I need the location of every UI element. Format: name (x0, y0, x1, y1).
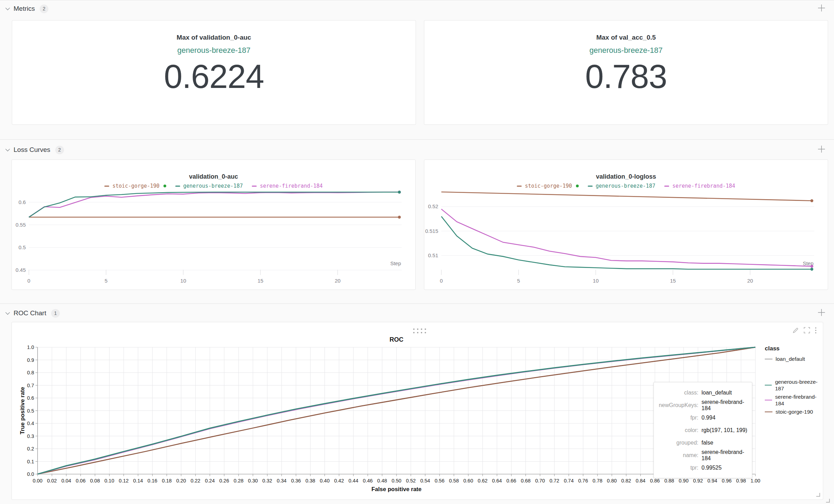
svg-text:0.28: 0.28 (234, 478, 243, 483)
section-divider (0, 303, 834, 304)
roc-legend-item: stoic-gorge-190 (765, 408, 823, 415)
svg-text:0.94: 0.94 (707, 478, 717, 483)
svg-text:0: 0 (440, 278, 443, 284)
svg-text:0.54: 0.54 (420, 478, 430, 483)
wandb-workspace: { "colors":{"teal":"#358a78","magenta":"… (0, 0, 834, 504)
metrics-section-header: Metrics 2 (0, 2, 834, 16)
svg-text:0.00: 0.00 (33, 478, 42, 483)
svg-text:0.515: 0.515 (425, 228, 438, 234)
legend-line-swatch (252, 186, 257, 187)
svg-text:0.92: 0.92 (693, 478, 703, 483)
svg-text:0.58: 0.58 (449, 478, 459, 483)
legend-run-label: serene-firebrand-184 (260, 183, 323, 189)
svg-text:0.26: 0.26 (219, 478, 229, 483)
svg-text:0.72: 0.72 (550, 478, 559, 483)
section-title-loss-curves: Loss Curves (14, 146, 50, 154)
loss-count-badge: 2 (55, 146, 64, 154)
chevron-down-icon[interactable] (5, 312, 10, 315)
svg-text:0: 0 (27, 278, 30, 284)
run-name-link[interactable]: generous-breeze-187 (424, 46, 828, 55)
svg-text:0.48: 0.48 (377, 478, 387, 483)
scorecard-val-acc: Max of val_acc_0.5 generous-breeze-187 0… (424, 20, 828, 125)
panel-resize-handle[interactable] (816, 493, 820, 497)
tooltip-row: fpr:0.994 (654, 412, 752, 424)
legend-line-swatch (175, 186, 180, 187)
running-status-dot (163, 185, 166, 187)
scorecard-value: 0.783 (424, 56, 828, 96)
scorecard-value: 0.6224 (12, 56, 416, 96)
svg-text:20: 20 (335, 278, 340, 284)
svg-text:0.98: 0.98 (736, 478, 746, 483)
svg-text:0.82: 0.82 (621, 478, 631, 483)
svg-text:0.02: 0.02 (47, 478, 57, 483)
legend-line-swatch (765, 385, 772, 385)
tooltip-key: name: (654, 452, 698, 458)
svg-text:0.24: 0.24 (205, 478, 215, 483)
svg-text:10: 10 (593, 278, 599, 284)
legend-item: stoic-gorge-190 (517, 183, 578, 189)
svg-text:0.50: 0.50 (392, 478, 401, 483)
svg-text:15: 15 (257, 278, 263, 284)
loss-section-header: Loss Curves 2 (0, 143, 834, 157)
legend-line-swatch (664, 186, 669, 187)
run-name-link[interactable]: generous-breeze-187 (12, 46, 416, 55)
svg-text:15: 15 (670, 278, 676, 284)
svg-text:0.08: 0.08 (90, 478, 100, 483)
svg-text:0.90: 0.90 (679, 478, 688, 483)
legend-run-label: stoic-gorge-190 (525, 183, 572, 189)
svg-text:0.0: 0.0 (27, 471, 34, 477)
svg-text:0.66: 0.66 (506, 478, 516, 483)
svg-text:0.80: 0.80 (607, 478, 617, 483)
svg-text:Step: Step (390, 260, 401, 266)
section-divider (0, 139, 834, 140)
tooltip-key: grouped: (654, 440, 698, 446)
svg-text:0.62: 0.62 (478, 478, 488, 483)
line-plot-panel-validation-logloss[interactable]: validation_0-logloss stoic-gorge-190gene… (424, 160, 828, 290)
tooltip-key: fpr: (654, 415, 698, 421)
line-plot-panel-validation-auc[interactable]: validation_0-auc stoic-gorge-190generous… (11, 160, 416, 290)
svg-text:10: 10 (181, 278, 186, 284)
tooltip-row: color:rgb(197, 101, 199) (654, 424, 752, 437)
legend-item: serene-firebrand-184 (664, 183, 735, 189)
svg-text:1.00: 1.00 (751, 478, 760, 483)
svg-text:0.36: 0.36 (291, 478, 301, 483)
legend-run-label: serene-firebrand-184 (672, 183, 735, 189)
svg-text:0.40: 0.40 (320, 478, 329, 483)
line-chart-validation-logloss[interactable]: 0.510.5150.5205101520Step (424, 190, 828, 290)
line-chart-validation-auc[interactable]: 0.450.50.550.605101520Step (12, 190, 415, 290)
roc-legend-item: generous-breeze-187 (765, 379, 823, 392)
section-title-roc-chart: ROC Chart (14, 309, 46, 317)
roc-tooltip: class:loan_defaultnewGroupKeys:serene-fi… (653, 382, 752, 478)
svg-text:0.10: 0.10 (104, 478, 114, 483)
svg-text:0.84: 0.84 (636, 478, 645, 483)
svg-text:0.44: 0.44 (348, 478, 358, 483)
legend-line-swatch (517, 186, 522, 187)
svg-text:5: 5 (517, 278, 520, 284)
svg-text:True positive rate: True positive rate (19, 387, 25, 434)
svg-text:0.4: 0.4 (27, 421, 34, 426)
add-panel-button[interactable] (817, 4, 826, 14)
add-panel-button[interactable] (817, 308, 826, 318)
svg-text:0.46: 0.46 (363, 478, 372, 483)
chart-title: validation_0-logloss (424, 173, 828, 180)
tooltip-row: grouped:false (654, 437, 752, 449)
add-panel-button[interactable] (817, 145, 826, 155)
chevron-down-icon[interactable] (5, 7, 10, 10)
legend-label: generous-breeze-187 (775, 379, 823, 392)
tooltip-key: class: (654, 390, 698, 396)
page-resize-handle[interactable] (826, 499, 830, 503)
roc-chart-panel[interactable]: 0.000.020.040.060.080.100.120.140.160.18… (11, 322, 823, 500)
legend-line-swatch (104, 186, 109, 187)
legend-label: stoic-gorge-190 (776, 408, 813, 415)
svg-text:0.9: 0.9 (27, 357, 34, 363)
svg-text:0.45: 0.45 (16, 267, 26, 273)
metrics-count-badge: 2 (40, 5, 48, 13)
svg-text:0.60: 0.60 (463, 478, 473, 483)
chevron-down-icon[interactable] (5, 148, 10, 152)
svg-text:1.0: 1.0 (27, 344, 34, 350)
tooltip-value: false (701, 440, 713, 446)
svg-text:0.88: 0.88 (664, 478, 674, 483)
roc-legend-item: serene-firebrand-184 (765, 393, 823, 407)
svg-text:5: 5 (105, 278, 107, 284)
scorecard-title: Max of val_acc_0.5 (424, 34, 828, 41)
